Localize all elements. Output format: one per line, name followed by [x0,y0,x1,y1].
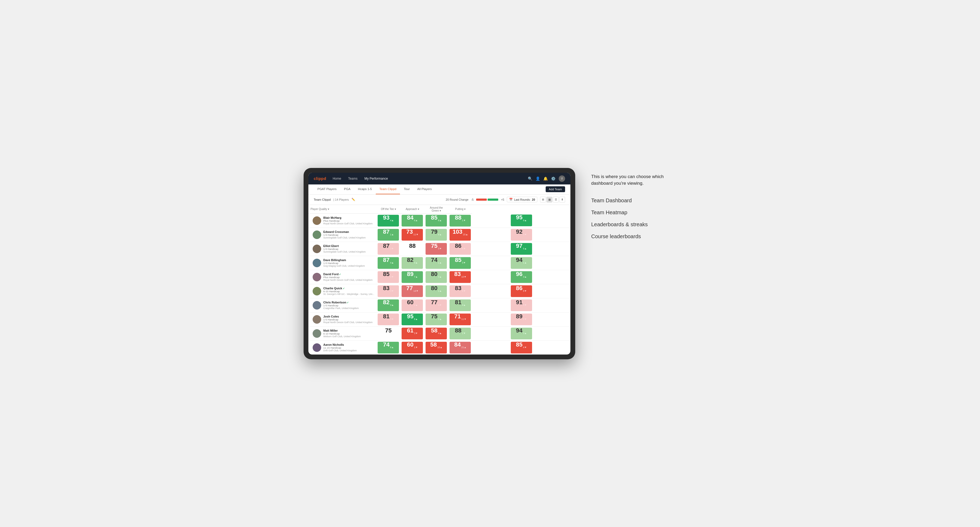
player-handicap-6: 1-5 Handicap [323,304,374,307]
score-cell-r1-c3: 103 15▲ [448,227,472,242]
col-off-tee[interactable]: Off the Tee ▾ [376,205,400,214]
player-info-9: Aaron Nicholls 11-15 Handicap Drift Golf… [323,343,374,352]
player-info-5: Charlie Quick✓ 6-10 Handicap St. George'… [323,287,374,295]
player-cell-1[interactable]: Edward Crossman 1-5 Handicap Sunningdale… [309,227,376,242]
score-cell-r1-c2: 79 9▲ [424,227,448,242]
score-value: 60 [407,300,413,305]
avatar-4 [313,273,321,281]
grid-view-button[interactable]: ⊞ [540,197,546,203]
player-name-6: Chris Robertson✓ [323,301,374,304]
option-team-heatmap[interactable]: Team Heatmap [591,210,676,216]
list-view-button[interactable]: ☰ [553,197,559,203]
score-box-r8-c3: 88 2▼ [450,328,471,339]
score-value: 86 [455,243,461,249]
nav-my-performance[interactable]: My Performance [363,176,389,181]
option-team-dashboard[interactable]: Team Dashboard [591,197,676,204]
add-team-button[interactable]: Add Team [546,186,565,192]
tab-tour[interactable]: Tour [400,184,413,194]
bell-icon[interactable]: 🔔 [543,176,548,181]
table-container: Player Quality ▾ Off the Tee ▾ Approach … [309,205,570,354]
score-cell-r3-c1: 82 4▲ [400,256,424,270]
table-row: Josh Coles 1-5 Handicap Royal North Devo… [309,312,570,326]
player-handicap-5: 6-10 Handicap [323,290,374,293]
heatmap-view-button[interactable]: ▦ [546,197,552,203]
score-box-r1-c1: 73 11▼ [402,229,423,241]
option-leaderboards[interactable]: Leaderboards & streaks [591,221,676,227]
navbar-icons: 🔍 👤 🔔 ⚙️ U [528,175,565,182]
last-rounds-button[interactable]: 📅 Last Rounds: 20 [507,197,538,202]
score-cell-r4-c1: 89 7▲ [400,270,424,284]
player-handicap-8: 6-10 Handicap [323,332,374,335]
col-putting[interactable]: Putting ▾ [448,205,472,214]
player-cell-3[interactable]: Dave Billingham 1-5 Handicap Gog Magog G… [309,256,376,270]
score-cell-r5-c3: 83 6▼ [448,284,472,298]
download-button[interactable]: ⬇ [559,197,565,203]
tab-pga[interactable]: PGA [340,184,354,194]
col-player: Player Quality ▾ [309,205,376,214]
score-value: 73 [406,229,413,235]
score-value: 58 [430,342,437,348]
subnav: PGAT Players PGA Hcaps 1-5 Team Clippd T… [309,184,570,195]
score-cell-r9-c0: 74 8▲ [376,340,400,354]
player-cell-2[interactable]: Elliot Ebert 1-5 Handicap Sunningdale Go… [309,242,376,256]
nav-teams[interactable]: Teams [347,176,358,181]
page-wrapper: clippd Home Teams My Performance 🔍 👤 🔔 ⚙… [304,168,676,359]
score-cell-r0-c0: 93 4▲ [376,213,400,227]
navbar: clippd Home Teams My Performance 🔍 👤 🔔 ⚙… [309,173,570,184]
search-icon[interactable]: 🔍 [528,176,532,181]
avatar-6 [313,301,321,310]
player-club-0: Royal North Devon Golf Club, United King… [323,222,374,225]
tab-all-players[interactable]: All Players [414,184,435,194]
score-value: 87 [383,229,389,235]
score-value: 61 [407,328,413,333]
tab-hcaps[interactable]: Hcaps 1-5 [354,184,375,194]
score-value: 77 [406,285,413,291]
avatar-8 [313,329,321,338]
player-name-9: Aaron Nicholls [323,343,374,346]
player-cell-8[interactable]: Matt Miller 6-10 Handicap Woburn Golf Cl… [309,326,376,340]
score-cell-r2-c2: 75 3▼ [424,242,448,256]
tab-pgat-players[interactable]: PGAT Players [314,184,340,194]
avatar[interactable]: U [559,175,565,182]
score-cell-r4-c0: 85 3▼ [376,270,400,284]
avatar-9 [313,343,321,352]
score-cell-r7-c0: 81 3▼ [376,312,400,326]
player-club-5: St. George's Hill GC - Weybridge - Surre… [323,293,374,295]
option-course-leaderboards[interactable]: Course leaderboards [591,233,676,240]
score-box-r3-c3: 85 3▼ [450,257,471,269]
score-box-r5-c3: 83 6▼ [450,285,471,297]
tab-team-clippd[interactable]: Team Clippd [376,184,400,194]
player-cell-9[interactable]: Aaron Nicholls 11-15 Handicap Drift Golf… [309,340,376,354]
player-cell-4[interactable]: David Ford✓ Plus Handicap Royal North De… [309,270,376,284]
player-cell-7[interactable]: Josh Coles 1-5 Handicap Royal North Devo… [309,312,376,326]
score-cell-r0-c4: 95 9▲ [472,213,570,227]
view-icons: ⊞ ▦ ☰ ⬇ [540,197,565,203]
score-cell-r7-c1: 95 8▲ [400,312,424,326]
last-rounds-label: Last Rounds: [514,198,530,201]
score-box-r1-c2: 79 9▲ [426,229,447,241]
table-row: Elliot Ebert 1-5 Handicap Sunningdale Go… [309,242,570,256]
score-box-r0-c1: 84 6▲ [402,215,423,227]
score-box-r9-c3: 84 21▲ [450,342,471,354]
col-approach[interactable]: Approach ▾ [400,205,424,214]
player-cell-5[interactable]: Charlie Quick✓ 6-10 Handicap St. George'… [309,284,376,298]
player-cell-6[interactable]: Chris Robertson✓ 1-5 Handicap Craigmilla… [309,298,376,312]
user-icon[interactable]: 👤 [536,176,540,181]
score-value: 84 [407,215,413,221]
player-handicap-9: 11-15 Handicap [323,346,374,349]
score-box-r2-c1: 88 [402,243,423,255]
score-box-r9-c0: 74 8▲ [378,342,399,354]
player-cell-0[interactable]: Blair McHarg Plus Handicap Royal North D… [309,213,376,227]
settings-icon[interactable]: ⚙️ [551,176,555,181]
last-rounds-value: 20 [532,198,535,201]
player-info-4: David Ford✓ Plus Handicap Royal North De… [323,273,374,281]
score-box-r9-c1: 60 1▼ [402,342,423,354]
player-info-3: Dave Billingham 1-5 Handicap Gog Magog G… [323,259,374,267]
player-club-2: Sunningdale Golf Club, United Kingdom [323,251,374,253]
nav-home[interactable]: Home [332,176,342,181]
edit-icon[interactable]: ✏️ [352,198,355,201]
table-row: Aaron Nicholls 11-15 Handicap Drift Golf… [309,340,570,354]
logo[interactable]: clippd [314,176,326,181]
score-value: 82 [407,257,413,263]
col-around-green[interactable]: Around the Green ▾ [424,205,448,214]
